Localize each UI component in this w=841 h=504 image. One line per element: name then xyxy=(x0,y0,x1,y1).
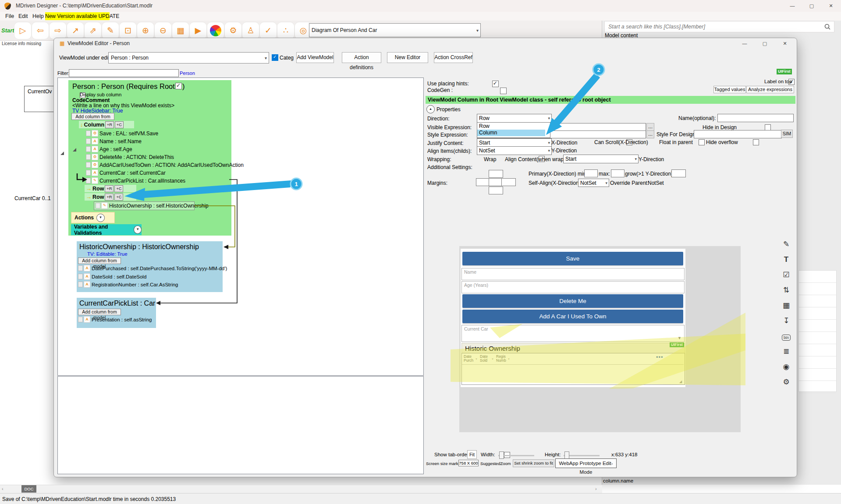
screen-pointer-icon[interactable]: ⊡ xyxy=(120,22,136,39)
add-row-button[interactable]: +R xyxy=(105,185,114,192)
checkbox-tool-icon[interactable]: ☑ xyxy=(780,269,793,281)
scroll-right-icon[interactable]: › xyxy=(595,486,597,491)
zoom-in-icon[interactable]: ⊕ xyxy=(137,22,154,39)
add-column-from-model-button[interactable]: Add column from model xyxy=(78,309,121,315)
tree-item[interactable]: AAge : self.Age xyxy=(86,145,132,153)
fit-button[interactable]: Fit xyxy=(467,450,477,459)
tree-item[interactable]: ACurrentCar : self.CurrentCar xyxy=(86,169,166,176)
sort-list-icon[interactable]: ⇅ xyxy=(780,284,793,296)
resize-grip-icon[interactable]: ◢ xyxy=(679,380,682,384)
preview-save-button[interactable]: Save xyxy=(462,252,683,265)
actions-section-button[interactable]: Actions ▾ xyxy=(71,212,115,223)
globe-tool-icon[interactable]: ◉ xyxy=(780,361,793,373)
horizontal-scrollbar[interactable] xyxy=(0,485,602,493)
draw-line-icon[interactable]: ✎ xyxy=(102,22,119,39)
style-expression-ellipsis-button[interactable]: ... xyxy=(646,130,654,138)
height-slider-thumb[interactable] xyxy=(564,451,569,459)
hide-overflow-checkbox[interactable] xyxy=(753,139,759,145)
tv-editable[interactable]: TV: Editable: True xyxy=(87,251,128,257)
codegen-checkbox[interactable] xyxy=(500,88,507,94)
visible-expression-ellipsis-button[interactable]: ... xyxy=(646,123,654,131)
window-play-icon[interactable]: ▶ xyxy=(190,22,206,39)
panel-item[interactable]: ADateSold : self.DateSold xyxy=(78,273,146,280)
requires-root-checkbox[interactable] xyxy=(175,83,182,89)
action-crossref-button[interactable]: Action CrossRef xyxy=(434,52,473,63)
tree-item[interactable]: ✎CurrentCarPickList : Car.allInstances xyxy=(86,177,185,184)
menu-file[interactable]: File xyxy=(5,13,14,19)
tree-node-column[interactable]: ↓ Column +R +C xyxy=(80,121,124,128)
grow-input[interactable] xyxy=(671,169,686,177)
webapp-prototype-button[interactable]: WebApp Prototype Edit-Mode xyxy=(555,458,617,468)
window-minimize-button[interactable]: — xyxy=(783,0,802,12)
dropdown-option-row[interactable]: Row xyxy=(479,123,490,129)
variables-validations-button[interactable]: Variables and Validations ▾ xyxy=(71,224,142,235)
preview-age-field[interactable]: Age (Years) xyxy=(461,281,685,293)
sim-button[interactable]: SIM xyxy=(781,130,793,138)
set-shrink-zoom-button[interactable]: Set shrink zoom to fit xyxy=(513,459,554,467)
table-menu-dots[interactable]: ••• xyxy=(656,354,664,360)
button-tool-icon[interactable]: btn xyxy=(780,331,793,344)
primary-min-input[interactable] xyxy=(584,169,598,177)
margin-bottom-input[interactable] xyxy=(489,187,503,194)
categ-checkbox[interactable] xyxy=(272,54,278,61)
screen-size-input[interactable]: 758 X 600 xyxy=(458,460,479,466)
text-tool-icon[interactable]: T xyxy=(780,254,793,266)
collapse-properties-icon[interactable]: ▴ xyxy=(426,105,435,113)
add-column-button[interactable]: +C xyxy=(114,185,123,192)
update-badge[interactable]: New Version available UPDATE xyxy=(45,12,110,20)
validate-check-icon[interactable]: ✓ xyxy=(260,22,277,39)
add-column-from-model-button[interactable]: Add column from model xyxy=(71,113,114,120)
back-arrow-icon[interactable]: ⇦ xyxy=(32,22,49,39)
add-column-button[interactable]: +C xyxy=(114,194,123,201)
arrow-northeast-line-icon[interactable]: ⇗ xyxy=(85,22,101,39)
align-items-select[interactable]: NotSet▾ xyxy=(477,146,552,155)
window-close-button[interactable]: ✕ xyxy=(821,0,841,12)
settings-gears-icon[interactable]: ⚙ xyxy=(225,22,241,39)
component-settings-icon[interactable]: ⚙ xyxy=(780,376,793,388)
margin-right-input[interactable] xyxy=(501,178,516,186)
margin-top-input[interactable] xyxy=(489,170,503,178)
window-maximize-button[interactable]: ▢ xyxy=(802,0,821,12)
dropdown-option-column[interactable]: Column xyxy=(477,130,545,136)
new-editor-button[interactable]: New Editor xyxy=(387,52,428,63)
float-in-parent-checkbox[interactable] xyxy=(699,139,705,145)
forward-arrow-icon[interactable]: ⇨ xyxy=(50,22,66,39)
start-label[interactable]: Start! xyxy=(1,27,16,34)
tree-item[interactable]: AName : self.Name xyxy=(86,137,142,145)
menu-help[interactable]: Help xyxy=(32,13,44,19)
diagram-selector[interactable]: Diagram Of Person And Car▾ xyxy=(309,23,481,37)
tree-item-historicownership[interactable]: ✎HistoricOwnership : self.HistoricOwners… xyxy=(96,202,209,209)
color-wheel-icon[interactable] xyxy=(207,22,224,39)
arrow-northeast-icon[interactable]: ↗ xyxy=(67,22,84,39)
add-row-button[interactable]: +R xyxy=(105,194,114,201)
window-grid-icon[interactable]: ▦ xyxy=(172,22,189,39)
user-key-icon[interactable]: ♙ xyxy=(242,22,259,39)
person-link[interactable]: Person xyxy=(180,70,195,76)
scroll-left-icon[interactable]: ‹ xyxy=(2,486,4,491)
preview-addcar-button[interactable]: Add A Car I Used To Own xyxy=(462,310,683,323)
search-bar[interactable] xyxy=(604,21,834,32)
preview-currentcar-select[interactable]: Current Car ▼ xyxy=(461,325,685,342)
zoom-out-icon[interactable]: ⊖ xyxy=(155,22,171,39)
insert-image-icon[interactable]: ↧ xyxy=(780,315,793,327)
tree-node-row[interactable]: → Row +R +C xyxy=(86,185,123,192)
hide-in-design-checkbox[interactable] xyxy=(765,124,771,130)
tree-node-row[interactable]: → Row +R +C xyxy=(86,193,123,201)
table-col-datesold[interactable]: DateSold xyxy=(480,355,488,363)
panel-item[interactable]: APresentation : self.asString xyxy=(78,316,152,323)
align-content-select[interactable]: Start▾ xyxy=(563,155,639,163)
width-slider-thumb[interactable] xyxy=(499,451,504,459)
dialog-close-button[interactable]: ✕ xyxy=(778,39,791,48)
add-viewmodel-button[interactable]: Add ViewModel xyxy=(296,52,334,63)
style-for-design-input[interactable] xyxy=(694,130,782,138)
tagged-values-button[interactable]: Tagged values xyxy=(713,86,746,93)
viewmodel-under-edit-select[interactable]: Person : Person▾ xyxy=(108,52,269,63)
action-definitions-button[interactable]: Action definitions xyxy=(342,52,381,63)
self-align-select[interactable]: NotSet▾ xyxy=(578,179,609,187)
list-tool-icon[interactable]: ≣ xyxy=(780,345,793,358)
add-row-button[interactable]: +R xyxy=(105,121,114,128)
diagram-nodes-icon[interactable]: ∴ xyxy=(277,22,294,39)
grid-tool-icon[interactable]: ▦ xyxy=(780,300,793,312)
table-col-registration[interactable]: RegisNumb xyxy=(496,355,506,363)
filter-input[interactable] xyxy=(69,69,179,77)
